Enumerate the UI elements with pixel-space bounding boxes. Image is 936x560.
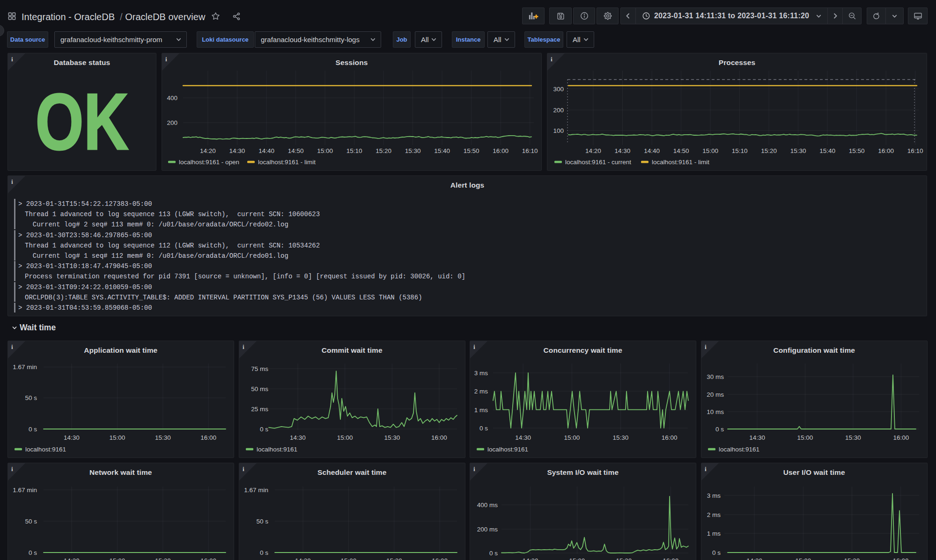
svg-text:15:30: 15:30 (613, 434, 629, 441)
svg-text:16:10: 16:10 (522, 147, 538, 154)
svg-text:15:00: 15:00 (797, 434, 813, 441)
svg-text:30 ms: 30 ms (707, 373, 724, 380)
svg-text:0 s: 0 s (712, 549, 721, 556)
svg-text:300: 300 (553, 86, 564, 93)
svg-text:14:20: 14:20 (585, 147, 601, 154)
svg-text:15:00: 15:00 (702, 147, 718, 154)
svg-text:1 ms: 1 ms (707, 530, 721, 537)
svg-text:15:00: 15:00 (341, 557, 357, 560)
svg-text:0 s: 0 s (29, 426, 37, 433)
svg-text:14:40: 14:40 (258, 147, 274, 154)
svg-text:200 ms: 200 ms (477, 526, 498, 533)
svg-text:14:30: 14:30 (295, 557, 311, 560)
svg-text:15:30: 15:30 (790, 147, 806, 154)
svg-text:200: 200 (553, 107, 564, 114)
svg-text:15:00: 15:00 (317, 147, 333, 154)
svg-text:16:00: 16:00 (432, 557, 448, 560)
svg-text:15:00: 15:00 (110, 557, 125, 560)
svg-text:16:00: 16:00 (893, 557, 909, 560)
svg-text:14:30: 14:30 (746, 557, 762, 560)
svg-text:15:40: 15:40 (819, 147, 835, 154)
svg-text:15:00: 15:00 (110, 434, 125, 441)
svg-text:localhost:9161 - open: localhost:9161 - open (179, 159, 239, 166)
svg-text:16:10: 16:10 (907, 147, 923, 154)
svg-text:400: 400 (167, 95, 177, 102)
svg-text:15:30: 15:30 (845, 434, 861, 441)
svg-text:14:30: 14:30 (515, 434, 531, 441)
svg-text:15:30: 15:30 (384, 434, 400, 441)
svg-text:14:30: 14:30 (64, 557, 80, 560)
svg-text:14:20: 14:20 (200, 147, 216, 154)
svg-text:15:30: 15:30 (386, 557, 402, 560)
svg-text:0 s: 0 s (479, 425, 488, 432)
svg-text:1.67 min: 1.67 min (13, 364, 37, 371)
svg-text:0 s: 0 s (715, 426, 724, 433)
svg-text:1.67 min: 1.67 min (13, 487, 37, 494)
svg-text:15:30: 15:30 (616, 557, 632, 560)
svg-text:14:30: 14:30 (290, 434, 306, 441)
svg-text:400 ms: 400 ms (477, 502, 498, 509)
svg-text:15:20: 15:20 (376, 147, 391, 154)
svg-text:localhost:9161: localhost:9161 (719, 446, 759, 453)
svg-text:15:30: 15:30 (155, 557, 171, 560)
svg-text:1.67 min: 1.67 min (244, 487, 268, 494)
svg-text:16:00: 16:00 (663, 557, 678, 560)
svg-text:14:30: 14:30 (523, 557, 538, 560)
svg-text:localhost:9161 - limit: localhost:9161 - limit (652, 159, 709, 166)
svg-text:14:30: 14:30 (64, 434, 80, 441)
svg-text:15:10: 15:10 (732, 147, 748, 154)
svg-text:14:50: 14:50 (673, 147, 689, 154)
svg-text:15:30: 15:30 (155, 434, 171, 441)
svg-text:50 s: 50 s (25, 394, 37, 401)
svg-text:14:40: 14:40 (644, 147, 660, 154)
svg-text:16:00: 16:00 (431, 434, 447, 441)
svg-text:50 s: 50 s (25, 518, 37, 525)
svg-text:14:50: 14:50 (288, 147, 304, 154)
svg-text:15:10: 15:10 (346, 147, 362, 154)
svg-text:localhost:9161 - current: localhost:9161 - current (565, 159, 631, 166)
svg-text:15:00: 15:00 (337, 434, 353, 441)
svg-text:localhost:9161: localhost:9161 (487, 446, 528, 453)
svg-text:16:00: 16:00 (493, 147, 509, 154)
svg-text:0 s: 0 s (489, 550, 498, 557)
svg-text:14:30: 14:30 (229, 147, 245, 154)
svg-text:15:50: 15:50 (464, 147, 479, 154)
svg-text:20 ms: 20 ms (707, 391, 724, 398)
svg-text:localhost:9161: localhost:9161 (25, 446, 66, 453)
svg-text:15:00: 15:00 (564, 434, 580, 441)
svg-text:100: 100 (553, 127, 564, 134)
svg-text:16:00: 16:00 (200, 557, 216, 560)
svg-text:14:30: 14:30 (615, 147, 631, 154)
svg-text:localhost:9161: localhost:9161 (257, 446, 297, 453)
svg-text:0 s: 0 s (29, 549, 37, 556)
svg-text:25 ms: 25 ms (251, 406, 268, 413)
svg-text:50 ms: 50 ms (251, 385, 268, 393)
svg-text:16:00: 16:00 (893, 434, 909, 441)
svg-text:2 ms: 2 ms (707, 511, 721, 518)
svg-text:200: 200 (167, 119, 177, 126)
svg-text:16:00: 16:00 (662, 434, 678, 441)
svg-text:75 ms: 75 ms (251, 365, 268, 372)
svg-text:15:40: 15:40 (434, 147, 450, 154)
svg-text:15:00: 15:00 (795, 557, 811, 560)
svg-text:50 s: 50 s (256, 518, 268, 525)
svg-text:1 ms: 1 ms (474, 407, 488, 414)
svg-text:15:30: 15:30 (405, 147, 421, 154)
svg-text:0 s: 0 s (260, 426, 268, 433)
svg-text:15:30: 15:30 (844, 557, 860, 560)
svg-text:16:00: 16:00 (878, 147, 894, 154)
svg-text:3 ms: 3 ms (707, 492, 721, 499)
svg-text:0 s: 0 s (260, 549, 268, 556)
svg-text:15:20: 15:20 (761, 147, 777, 154)
svg-text:2 ms: 2 ms (474, 388, 488, 395)
svg-text:3 ms: 3 ms (474, 370, 488, 377)
svg-text:14:30: 14:30 (749, 434, 765, 441)
svg-text:localhost:9161 - limit: localhost:9161 - limit (258, 159, 316, 166)
svg-text:15:50: 15:50 (849, 147, 865, 154)
svg-text:15:00: 15:00 (569, 557, 585, 560)
svg-text:10 ms: 10 ms (707, 408, 724, 415)
svg-text:16:00: 16:00 (200, 434, 216, 441)
